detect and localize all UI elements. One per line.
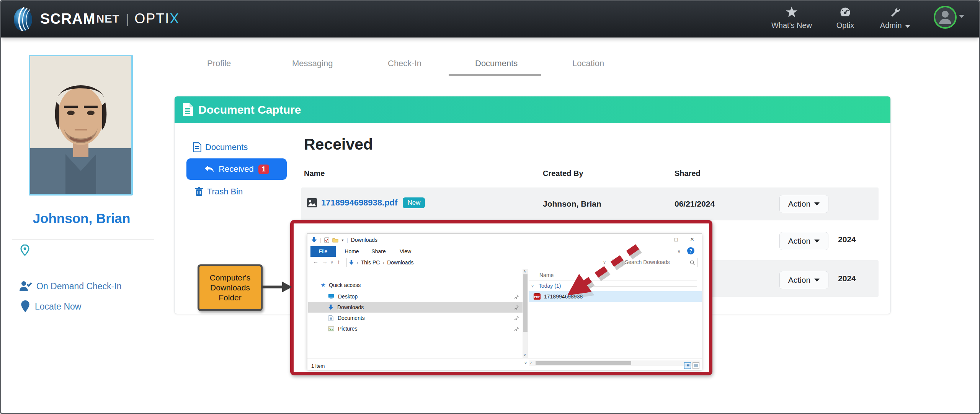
help-icon[interactable]: ? — [687, 247, 694, 254]
pin-icon — [514, 305, 519, 310]
active-tab-underline — [449, 74, 541, 76]
map-marker-icon — [20, 300, 30, 313]
nav-downloads-selected[interactable]: Downloads — [308, 302, 523, 313]
reply-arrow-icon — [204, 165, 214, 173]
tab-location[interactable]: Location — [572, 59, 604, 68]
brand-opti-text: OPTI — [134, 11, 170, 27]
ribbon-tab-home[interactable]: Home — [341, 246, 363, 257]
qat-customize-caret-icon[interactable]: ▾ — [341, 238, 343, 242]
files-column-name[interactable]: Name — [539, 272, 554, 278]
brand-divider: | — [126, 11, 129, 26]
scroll-down-icon[interactable]: ∨ — [523, 353, 526, 357]
docnav-documents[interactable]: Documents — [193, 142, 248, 152]
crumb-downloads[interactable]: Downloads — [387, 259, 413, 266]
ribbon-tab-file[interactable]: File — [310, 246, 336, 257]
search-icon[interactable] — [690, 260, 695, 265]
up-icon[interactable]: ↑ — [337, 258, 340, 265]
cell-shared-date: 06/21/2024 — [675, 199, 715, 209]
on-demand-check-in-link[interactable]: On Demand Check-In — [19, 280, 121, 292]
nav-admin[interactable]: Admin — [874, 7, 916, 30]
explorer-nav-pane: ★ Quick access Desktop — [307, 269, 528, 358]
pin-icon — [514, 294, 519, 299]
callout-line: Computer's — [210, 273, 251, 283]
action-label: Action — [788, 275, 810, 285]
top-navbar: SCRAMNET | OPTIX What's New Optix Admin — [1, 1, 979, 37]
recent-locations-icon[interactable]: ∨ — [330, 260, 333, 265]
divider — [12, 239, 154, 240]
col-header-shared: Shared — [675, 169, 701, 178]
pin-icon — [514, 326, 519, 331]
action-dropdown-button[interactable]: Action — [779, 195, 828, 213]
scrollbar-thumb[interactable] — [523, 274, 528, 332]
explorer-file-list: Name ∨ Today (1) — [529, 269, 702, 358]
nav-quick-access[interactable]: ★ Quick access — [308, 280, 523, 290]
back-icon[interactable]: ← — [313, 258, 318, 265]
hscroll-left-icon[interactable]: ‹ — [530, 360, 532, 366]
ribbon-tab-share[interactable]: Share — [368, 246, 389, 257]
nav-pane-scrollbar[interactable]: ∧ ∨ — [523, 269, 528, 358]
downloads-arrow-icon — [328, 305, 333, 310]
nav-item-label: Documents — [338, 315, 365, 321]
search-input[interactable] — [622, 258, 686, 266]
address-breadcrumb[interactable]: › This PC › Downloads — [346, 258, 599, 267]
nav-whats-new[interactable]: What's New — [767, 7, 817, 30]
document-icon — [182, 103, 193, 116]
maximize-button[interactable]: □ — [668, 234, 684, 245]
group-chevron-icon[interactable]: ∨ — [531, 284, 534, 288]
action-label: Action — [788, 199, 810, 209]
nav-optix[interactable]: Optix — [828, 7, 862, 30]
downloads-arrow-icon — [311, 237, 317, 243]
cell-created-by: Johnson, Brian — [543, 199, 601, 209]
forward-icon[interactable]: → — [322, 258, 328, 265]
action-dropdown-button[interactable]: Action — [779, 232, 828, 250]
nav-item-label: Pictures — [338, 326, 358, 332]
locate-now-link[interactable]: Locate Now — [20, 300, 81, 313]
divider — [12, 266, 154, 266]
tab-messaging[interactable]: Messaging — [292, 59, 333, 68]
received-section-title: Received — [304, 135, 373, 153]
crumb-this-pc[interactable]: This PC — [361, 259, 380, 266]
refresh-icon[interactable]: ↻ — [611, 258, 616, 265]
user-avatar-menu[interactable] — [934, 5, 964, 29]
hscroll-left-neighbor-icon[interactable]: ∨ — [524, 360, 527, 365]
hscrollbar-thumb[interactable] — [536, 361, 631, 365]
group-rule — [580, 286, 697, 287]
tab-profile[interactable]: Profile — [207, 59, 231, 68]
item-count: 1 item — [311, 363, 325, 369]
tab-documents[interactable]: Documents — [475, 59, 518, 68]
image-file-icon — [307, 198, 317, 208]
ribbon-tab-view[interactable]: View — [395, 246, 416, 257]
group-today[interactable]: Today (1) — [539, 283, 561, 289]
desktop-icon — [328, 294, 334, 299]
crumb-separator: › — [356, 259, 358, 266]
properties-doc-icon[interactable] — [324, 237, 329, 243]
docnav-received[interactable]: Received 1 — [186, 158, 287, 180]
tab-check-in[interactable]: Check-In — [388, 59, 421, 68]
ribbon-collapse-icon[interactable]: ∨ — [677, 248, 681, 254]
file-list-hscrollbar[interactable]: ‹ › — [529, 360, 700, 366]
minimize-button[interactable]: — — [652, 234, 668, 245]
address-dropdown-icon[interactable]: ∨ — [603, 260, 606, 265]
nav-documents[interactable]: Documents — [308, 313, 523, 323]
nav-desktop[interactable]: Desktop — [308, 291, 523, 302]
brand-logo[interactable]: SCRAMNET | OPTIX — [13, 6, 179, 32]
action-dropdown-button[interactable]: Action — [779, 271, 828, 289]
avatar-caret-icon — [959, 15, 964, 18]
received-file-link[interactable]: 1718994698938.pdf — [321, 198, 397, 208]
close-button[interactable]: × — [684, 234, 700, 245]
large-icons-view-toggle-icon[interactable] — [693, 362, 699, 369]
file-row-selected[interactable]: PDF 1718994698938 — [529, 291, 702, 302]
pdf-file-icon: PDF — [533, 293, 541, 300]
star-icon — [786, 7, 797, 17]
docnav-trash-bin[interactable]: Trash Bin — [195, 187, 243, 197]
new-folder-icon[interactable] — [332, 238, 338, 243]
details-view-toggle-icon[interactable] — [684, 362, 691, 369]
gauge-icon — [840, 7, 851, 17]
banner-title: Document Capture — [198, 103, 301, 116]
brand-net-text: NET — [96, 13, 119, 25]
scroll-up-icon[interactable]: ∧ — [523, 269, 526, 273]
nav-pictures[interactable]: Pictures — [308, 323, 523, 334]
nav-optix-label: Optix — [828, 21, 862, 30]
on-demand-check-in-label: On Demand Check-In — [36, 281, 121, 292]
docnav-trash-label: Trash Bin — [207, 187, 243, 197]
